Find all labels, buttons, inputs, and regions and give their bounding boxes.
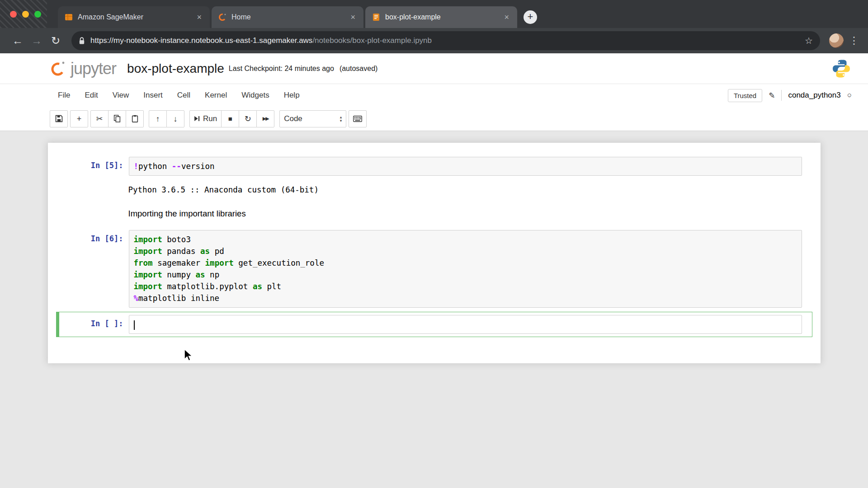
- lock-icon: [79, 37, 85, 45]
- code-token: as: [195, 270, 205, 279]
- keyboard-icon: [353, 116, 362, 122]
- add-cell-icon: +: [77, 115, 82, 123]
- code-input[interactable]: !python --version: [129, 157, 802, 176]
- browser-window: Amazon SageMaker × Home × box-plot-examp…: [0, 0, 868, 488]
- code-input[interactable]: [129, 315, 802, 334]
- close-window-button[interactable]: [10, 11, 17, 18]
- bookmark-star-icon[interactable]: ☆: [805, 35, 813, 46]
- menu-kernel[interactable]: Kernel: [198, 87, 234, 103]
- browser-menu-icon[interactable]: ⋮: [848, 35, 860, 47]
- jupyter-menubar: File Edit View Insert Cell Kernel Widget…: [0, 84, 868, 107]
- input-prompt: In [5]:: [61, 157, 129, 176]
- add-cell-button[interactable]: +: [70, 110, 88, 127]
- trusted-button[interactable]: Trusted: [728, 89, 762, 102]
- tab-title: box-plot-example: [385, 13, 498, 21]
- tab-close-icon[interactable]: ×: [502, 13, 511, 22]
- stop-icon: ■: [228, 115, 232, 122]
- back-icon[interactable]: ←: [8, 34, 27, 47]
- code-token: np: [205, 270, 220, 279]
- input-prompt: In [6]:: [61, 230, 129, 308]
- sagemaker-icon: [64, 13, 73, 22]
- fast-forward-icon: ▶▶: [263, 116, 269, 121]
- move-cell-up-button[interactable]: ↑: [149, 110, 167, 127]
- notebook-icon: [372, 13, 381, 22]
- code-token: !: [134, 162, 139, 171]
- run-label: Run: [203, 114, 217, 123]
- jupyter-logo[interactable]: jupyter: [49, 59, 116, 78]
- code-line: import boto3: [134, 234, 797, 245]
- copy-icon: [113, 115, 121, 122]
- notebook-container: In [5]: !python --version Python 3.6.5 :…: [48, 143, 821, 363]
- forward-icon[interactable]: →: [27, 34, 46, 47]
- url-main: https://my-notebook-instance.notebook.us…: [90, 36, 312, 45]
- autosave-status: (autosaved): [340, 65, 378, 73]
- reload-icon[interactable]: ↻: [46, 34, 65, 47]
- tab-home[interactable]: Home ×: [212, 6, 363, 28]
- tab-title: Home: [231, 13, 344, 21]
- notebook-title[interactable]: box-plot-example: [127, 61, 224, 76]
- notebook-scroll-area[interactable]: In [5]: !python --version Python 3.6.5 :…: [0, 131, 868, 488]
- new-tab-button[interactable]: +: [524, 10, 537, 24]
- code-token: get_execution_role: [234, 258, 324, 267]
- kernel-idle-icon: ○: [847, 91, 852, 100]
- tab-close-icon[interactable]: ×: [349, 13, 357, 22]
- avatar[interactable]: [829, 33, 844, 48]
- divider: [781, 90, 782, 101]
- menu-cell[interactable]: Cell: [170, 87, 198, 103]
- jupyter-wordmark: jupyter: [71, 59, 116, 78]
- code-line: !python --version: [134, 160, 797, 172]
- tab-amazon-sagemaker[interactable]: Amazon SageMaker ×: [58, 6, 210, 28]
- markdown-cell[interactable]: Importing the important libraries: [56, 202, 812, 226]
- tab-close-icon[interactable]: ×: [195, 13, 203, 22]
- code-token: matplotlib inline: [138, 294, 219, 303]
- cell-type-select[interactable]: Code ▴▾: [279, 110, 346, 127]
- paste-icon: [132, 115, 138, 122]
- markdown-text: Importing the important libraries: [128, 209, 808, 219]
- code-token: as: [200, 247, 210, 256]
- zoom-window-button[interactable]: [34, 11, 41, 18]
- code-token: numpy: [162, 270, 196, 279]
- code-cell-imports[interactable]: In [6]: import boto3 import pandas as pd…: [56, 227, 812, 311]
- code-input[interactable]: import boto3 import pandas as pd from sa…: [129, 230, 802, 308]
- code-line: import numpy as np: [134, 269, 797, 281]
- address-bar[interactable]: https://my-notebook-instance.notebook.us…: [71, 31, 820, 50]
- copy-cell-button[interactable]: [108, 110, 126, 127]
- run-button[interactable]: Run: [189, 110, 222, 127]
- menubar-right: Trusted ✎ conda_python3 ○: [728, 89, 852, 102]
- pencil-icon[interactable]: ✎: [769, 91, 775, 100]
- jupyter-header: jupyter box-plot-example Last Checkpoint…: [0, 53, 868, 84]
- code-token: --: [172, 162, 181, 171]
- code-token: from: [134, 258, 153, 267]
- interrupt-kernel-button[interactable]: ■: [221, 110, 239, 127]
- cut-cell-button[interactable]: ✂: [90, 110, 108, 127]
- restart-run-all-button[interactable]: ▶▶: [256, 110, 274, 127]
- code-token: matplotlib.pyplot: [162, 282, 253, 291]
- menu-view[interactable]: View: [105, 87, 137, 103]
- save-icon: [55, 115, 63, 122]
- restart-kernel-button[interactable]: ↻: [239, 110, 257, 127]
- command-palette-button[interactable]: [349, 110, 367, 127]
- code-line: [134, 319, 797, 330]
- menu-help[interactable]: Help: [277, 87, 307, 103]
- paste-cell-button[interactable]: [126, 110, 144, 127]
- code-cell-empty-selected[interactable]: In [ ]:: [56, 312, 812, 337]
- tab-box-plot-example[interactable]: box-plot-example ×: [365, 6, 517, 28]
- output-text: Python 3.6.5 :: Anaconda custom (64-bit): [128, 182, 808, 195]
- save-button[interactable]: [50, 110, 68, 127]
- minimize-window-button[interactable]: [22, 11, 29, 18]
- menu-insert[interactable]: Insert: [136, 87, 170, 103]
- code-token: as: [253, 282, 262, 291]
- menu-widgets[interactable]: Widgets: [234, 87, 276, 103]
- output-row: Python 3.6.5 :: Anaconda custom (64-bit): [56, 180, 812, 200]
- jupyter-icon: [218, 13, 227, 22]
- move-up-icon: ↑: [156, 115, 160, 123]
- code-line: import pandas as pd: [134, 245, 797, 257]
- code-token: import: [134, 235, 162, 244]
- move-cell-down-button[interactable]: ↓: [166, 110, 184, 127]
- menu-file[interactable]: File: [51, 87, 77, 103]
- cell-type-value: Code: [284, 114, 302, 123]
- run-icon: [194, 116, 200, 122]
- menu-edit[interactable]: Edit: [77, 87, 105, 103]
- code-cell-python-version[interactable]: In [5]: !python --version: [56, 154, 812, 179]
- code-token: import: [205, 258, 234, 267]
